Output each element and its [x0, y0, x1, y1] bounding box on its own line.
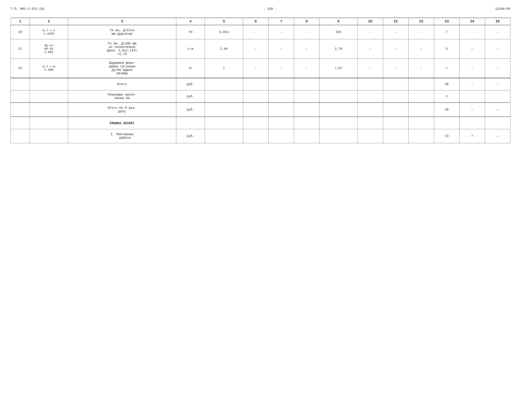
cell-sv-c4	[176, 117, 205, 129]
cell-sv-c3: Сводка затрат	[68, 117, 176, 129]
cell-itogo-c14: –	[460, 78, 485, 90]
cell-ir-c4: руб.	[176, 103, 205, 117]
cell-plan-c4: руб.	[176, 90, 205, 103]
cell-ir-c3: Итого по П раз-делу	[68, 103, 176, 117]
cell-r1-c6: –	[243, 25, 268, 39]
cell-r1-c3: То же, Д=57x4мм дырчатые	[68, 25, 176, 39]
cell-plan-c11	[383, 90, 408, 103]
planovye-row: Плановые накоп-ления 6% руб. 2	[11, 90, 510, 103]
cell-plan-c1	[11, 90, 30, 103]
cell-r2-c11: –	[383, 39, 408, 59]
cell-ir-c10	[358, 103, 383, 117]
cell-m-c15: —	[485, 129, 510, 143]
col-header-2: 2	[30, 18, 68, 25]
table-row: II Пр-нт05-03п.88I То же, Д=100 ммиз пол…	[11, 39, 510, 59]
cell-ir-c13: 40	[434, 103, 459, 117]
cell-r3-c5: I	[205, 59, 243, 78]
cell-r3-c9: 7,07	[319, 59, 358, 78]
cell-r1-c10: –	[358, 25, 383, 39]
cell-plan-c5	[205, 90, 243, 103]
cell-r1-c12: –	[408, 25, 434, 39]
col-header-13: I3	[434, 18, 459, 25]
cell-r2-c1: II	[11, 39, 30, 59]
cell-sv-c6	[243, 117, 268, 129]
cell-m-c8	[294, 129, 319, 143]
header-center: - 130 -	[264, 7, 277, 11]
cell-r1-c4: ТН	[176, 25, 205, 39]
cell-r3-c10: –	[358, 59, 383, 78]
cell-plan-c13: 2	[434, 90, 459, 103]
cell-itogo-c11	[383, 78, 408, 90]
itogo-razdel-row: Итого по П раз-делу руб. 40 — —	[11, 103, 510, 117]
cell-m-c4: руб.	[176, 129, 205, 143]
cell-m-c10	[358, 129, 383, 143]
cell-itogo-c12	[408, 78, 434, 90]
cell-m-c7	[269, 129, 294, 143]
cell-itogo-c9	[319, 78, 358, 90]
cell-ir-c5	[205, 103, 243, 117]
col-header-14: I4	[460, 18, 485, 25]
cell-r3-c14: –	[460, 59, 485, 78]
cell-m-c3: I. Монтажные работы	[68, 129, 176, 143]
cell-plan-c8	[294, 90, 319, 103]
cell-sv-c11	[383, 117, 408, 129]
cell-ir-c14: —	[460, 103, 485, 117]
cell-ir-c11	[383, 103, 408, 117]
cell-itogo-c13: 38	[434, 78, 459, 90]
cell-itogo-c1	[11, 78, 30, 90]
cell-r2-c12: –	[408, 39, 434, 59]
cell-itogo-c2	[30, 78, 68, 90]
cell-itogo-c3: Итого	[68, 78, 176, 90]
cell-plan-c14	[460, 90, 485, 103]
cell-r1-c15: –	[485, 25, 510, 39]
cell-r2-c4: п.м	[176, 39, 205, 59]
cell-sv-c15	[485, 117, 510, 129]
header-right: 13246·03	[495, 7, 510, 11]
cell-ir-c12	[408, 103, 434, 117]
cell-r3-c1: I2	[11, 59, 30, 78]
col-header-12: I2	[408, 18, 434, 25]
cell-plan-c10	[358, 90, 383, 103]
table-row: I2 Ц.I ч.Шп.800 Задвижки флан-цевые чугу…	[11, 59, 510, 78]
col-header-8: 8	[294, 18, 319, 25]
cell-r1-c7: –	[269, 25, 294, 39]
cell-itogo-c4: руб.	[176, 78, 205, 90]
cell-plan-c6	[243, 90, 268, 103]
cell-r3-c12: –	[408, 59, 434, 78]
cell-plan-c15	[485, 90, 510, 103]
svodka-header-row: Сводка затрат	[11, 117, 510, 129]
cell-plan-c12	[408, 90, 434, 103]
cell-r2-c2: Пр-нт05-03п.88I	[30, 39, 68, 59]
cell-m-c14: 7	[460, 129, 485, 143]
cell-m-c9	[319, 129, 358, 143]
cell-r3-c6: –	[243, 59, 268, 78]
cell-plan-c3: Плановые накоп-ления 6%	[68, 90, 176, 103]
cell-sv-c1	[11, 117, 30, 129]
cell-itogo-c15: –	[485, 78, 510, 90]
cell-r2-c10: –	[358, 39, 383, 59]
cell-r1-c14: –	[460, 25, 485, 39]
cell-r1-c9: 5I9	[319, 25, 358, 39]
cell-r2-c6: –	[243, 39, 268, 59]
cell-r3-c15: –	[485, 59, 510, 78]
table-row: IO Ц.I ч.Iп.3293 То же, Д=57x4мм дырчаты…	[11, 25, 510, 39]
col-header-9: 9	[319, 18, 358, 25]
cell-ir-c9	[319, 103, 358, 117]
cell-ir-c8	[294, 103, 319, 117]
cell-m-c13: I3	[434, 129, 459, 143]
col-header-5: 5	[205, 18, 243, 25]
cell-r1-c5: 0,0I4	[205, 25, 243, 39]
cell-plan-c2	[30, 90, 68, 103]
cell-r3-c13: 7	[434, 59, 459, 78]
cell-r2-c9: 2,79	[319, 39, 358, 59]
cell-itogo-c8	[294, 78, 319, 90]
col-header-4: 4	[176, 18, 205, 25]
cell-plan-c9	[319, 90, 358, 103]
cell-sv-c13	[434, 117, 459, 129]
cell-ir-c6	[243, 103, 268, 117]
col-header-6: 6	[243, 18, 268, 25]
col-header-15: I5	[485, 18, 510, 25]
cell-r3-c11: –	[383, 59, 408, 78]
cell-itogo-c6	[243, 78, 268, 90]
col-header-11: II	[383, 18, 408, 25]
